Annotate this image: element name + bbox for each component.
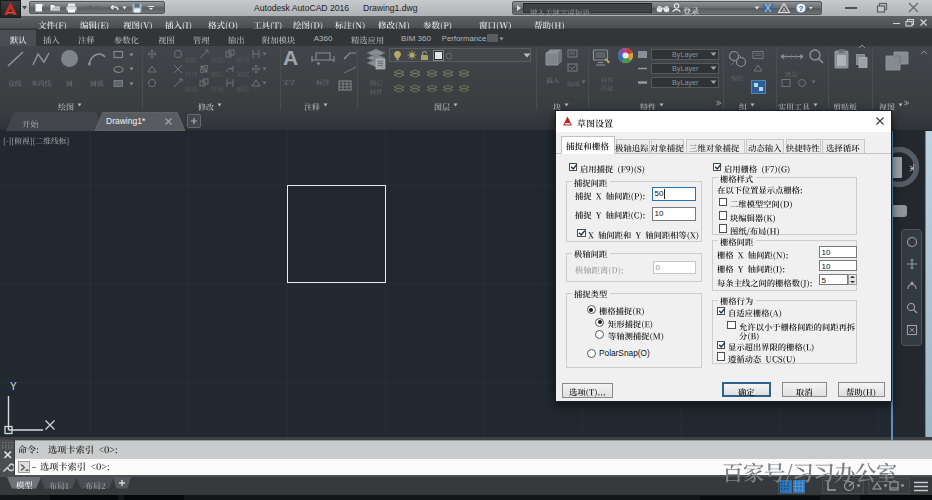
svg-text:?: ? <box>799 4 804 13</box>
svg-text:A: A <box>782 7 786 13</box>
